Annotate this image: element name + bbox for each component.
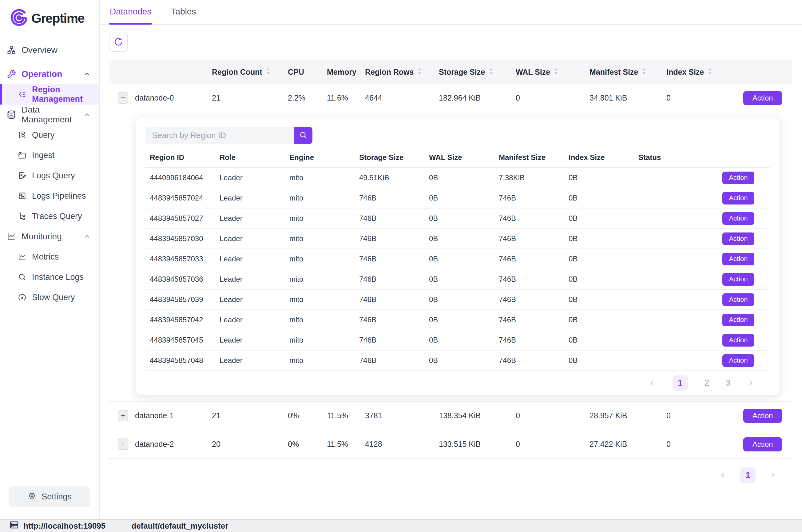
sort-icon[interactable] [489,68,493,77]
sidebar-item-label: Query [32,130,55,140]
column-label: Storage Size [439,68,485,77]
pagination-next-icon[interactable] [769,471,777,479]
server-endpoint[interactable]: http://localhost:19095 [9,520,106,532]
cell-storage-size: 746B [355,316,425,324]
regions-pagination: 1 2 3 [146,371,770,395]
sidebar-item-monitoring[interactable]: Monitoring [0,226,99,247]
cell-region-rows: 4644 [358,94,432,102]
chevron-up-icon[interactable] [83,111,91,119]
logs-query-icon [18,171,26,180]
sidebar-item-logs-pipelines[interactable]: Logs Pipelines [0,186,99,206]
settings-button[interactable]: Settings [8,487,90,507]
sidebar-item-data-management[interactable]: Data Management [0,104,99,125]
sort-icon[interactable] [554,68,558,77]
region-row: 4483945857045 Leader mito 746B 0B 746B 0… [146,330,770,350]
sidebar-item-region-management[interactable]: Region Management [0,84,99,104]
sidebar-item-metrics[interactable]: Metrics [0,247,99,267]
pagination-prev-icon[interactable] [719,471,727,479]
sidebar-item-logs-query[interactable]: Logs Query [0,166,99,186]
pagination-prev-icon[interactable] [648,379,656,387]
sidebar-item-overview[interactable]: Overview [0,40,99,60]
cell-region-id: 4483945857033 [146,254,215,263]
region-action-button[interactable]: Action [722,314,755,326]
action-button[interactable]: Action [743,437,782,452]
region-action-button[interactable]: Action [722,232,755,245]
tab-tables[interactable]: Tables [170,7,196,24]
cell-wal-size: 0 [509,94,583,102]
action-button[interactable]: Action [743,91,782,105]
pagination-page-2[interactable]: 2 [705,378,709,388]
collapse-button[interactable]: − [118,92,128,103]
cell-expand: − [109,92,128,103]
region-row: 4483945857048 Leader mito 746B 0B 746B 0… [146,350,770,371]
region-action-button[interactable]: Action [722,172,755,184]
sort-icon[interactable] [417,68,422,77]
settings-label: Settings [41,492,72,501]
region-action-button[interactable]: Action [722,212,755,225]
sort-icon[interactable] [642,68,646,77]
cell-manifest-size: 7.38KiB [495,173,564,182]
cell-role: Leader [215,194,285,202]
pagination-page-1[interactable]: 1 [740,468,756,483]
cell-index-size: 0 [660,94,737,102]
pagination-next-icon[interactable] [747,379,755,387]
cell-region-id: 4483945857030 [146,234,215,243]
cell-storage-size: 746B [355,194,425,202]
region-action-button[interactable]: Action [722,334,755,346]
region-action-button[interactable]: Action [722,273,755,286]
cell-manifest-size: 746B [495,275,564,284]
cell-engine: mito [285,295,355,304]
cell-role: Leader [215,336,285,344]
expand-button[interactable]: + [118,438,128,450]
cell-index-size: 0B [564,173,634,182]
toolbar [100,25,802,57]
expand-button[interactable]: + [118,410,128,421]
sidebar-item-ingest[interactable]: Ingest [0,145,99,166]
pagination-page-1[interactable]: 1 [672,375,688,391]
region-search-input[interactable] [146,127,294,144]
region-action-button[interactable]: Action [722,354,755,367]
column-label: Index Size [666,68,704,77]
column-label: Region Count [212,68,262,77]
action-button[interactable]: Action [743,409,782,423]
region-action-button[interactable]: Action [722,192,755,205]
cell-wal-size: 0B [425,254,495,263]
tab-label: Tables [171,7,196,16]
column-label: Region Rows [365,68,414,77]
refresh-button[interactable] [109,33,128,52]
sidebar-item-slow-query[interactable]: Slow Query [0,287,99,307]
chevron-up-icon[interactable] [83,70,91,78]
sidebar-item-traces-query[interactable]: Traces Query [0,206,99,226]
region-action-button[interactable]: Action [722,293,755,306]
sidebar-item-operation[interactable]: Operation [0,64,99,84]
sort-icon[interactable] [708,68,712,77]
column-header-region-id: Region ID [146,153,215,162]
region-action-button[interactable]: Action [722,253,755,265]
monitoring-icon [7,232,16,241]
sort-icon[interactable] [266,68,271,77]
cell-wal-size: 0B [425,234,495,243]
pagination-page-3[interactable]: 3 [726,378,730,388]
cell-engine: mito [285,316,355,324]
cell-index-size: 0 [660,440,737,449]
column-header-wal-size: WAL Size [509,68,583,77]
cell-expand: + [109,410,128,421]
column-header-region-count: Region Count [205,68,279,77]
region-row: 4483945857027 Leader mito 746B 0B 746B 0… [146,209,770,229]
tab-datanodes[interactable]: Datanodes [109,7,152,24]
cell-index-size: 0B [564,275,634,284]
sidebar-item-query[interactable]: Query [0,125,99,145]
tab-label: Datanodes [110,7,151,16]
search-icon [299,131,307,140]
column-header-cpu: CPU [279,68,320,77]
sidebar-item-instance-logs[interactable]: Instance Logs [0,267,99,287]
expanded-region-section: Region ID Role Engine Storage Size WAL S… [109,112,792,402]
region-row: 4440996184064 Leader mito 49.51KiB 0B 7.… [146,168,770,188]
chevron-up-icon[interactable] [83,232,91,241]
cell-index-size: 0B [564,194,634,202]
region-search-button[interactable] [294,127,312,144]
cell-region-rows: 4128 [358,440,432,449]
statusbar-cluster[interactable]: default/default_mycluster [131,521,228,531]
cell-region-id: 4483945857048 [146,356,215,365]
cell-cpu: 2.2% [279,94,320,102]
